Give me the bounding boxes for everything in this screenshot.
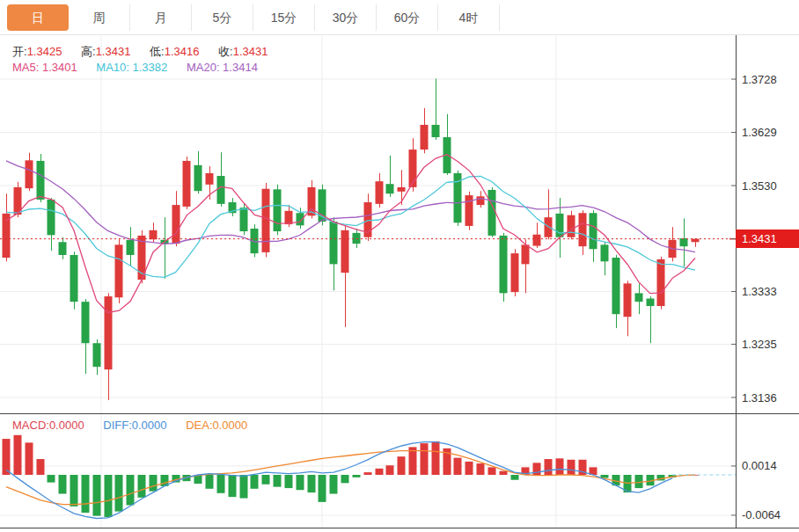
open-label: 开: <box>12 45 27 58</box>
tab-60min[interactable]: 60分 <box>377 4 438 31</box>
ma20-value: MA20: 1.3414 <box>187 61 258 74</box>
y-axis-label: 1.3333 <box>742 285 777 298</box>
open-value: 1.3425 <box>27 45 62 58</box>
y-axis-label: -0.0064 <box>742 508 781 521</box>
tab-month[interactable]: 月 <box>130 4 192 31</box>
dea-value: DEA:0.0000 <box>186 419 247 432</box>
macd-readout: MACD:0.0000 DIFF:0.0000 DEA:0.0000 <box>12 419 247 432</box>
ma10-value: MA10: 1.3382 <box>96 61 167 74</box>
ma5-value: MA5: 1.3401 <box>12 61 77 74</box>
macd-value: MACD:0.0000 <box>12 419 84 432</box>
y-axis-label: 1.3136 <box>742 391 777 404</box>
y-axis-label: 0.0014 <box>742 459 777 472</box>
tab-30min[interactable]: 30分 <box>315 4 377 31</box>
diff-value: DIFF:0.0000 <box>103 419 166 432</box>
tab-15min[interactable]: 15分 <box>253 4 315 31</box>
kline-chart[interactable]: 1.37281.36291.35301.34311.33331.32351.31… <box>0 0 799 532</box>
low-label: 低: <box>150 45 165 58</box>
tab-4hour[interactable]: 4时 <box>438 4 500 31</box>
close-label: 收: <box>218 45 233 58</box>
high-label: 高: <box>81 45 96 58</box>
tab-day[interactable]: 日 <box>7 4 69 31</box>
high-value: 1.3431 <box>96 45 131 58</box>
y-axis-labels: 1.37281.36291.35301.34311.33331.32351.31… <box>731 73 781 522</box>
close-value: 1.3431 <box>233 45 268 58</box>
macd-bars <box>3 435 700 517</box>
y-axis-label: 1.3235 <box>742 338 777 351</box>
y-axis-label: 1.3728 <box>742 73 777 86</box>
low-value: 1.3416 <box>165 45 200 58</box>
y-axis-label: 1.3530 <box>742 179 777 193</box>
tab-5min[interactable]: 5分 <box>192 4 253 31</box>
ma-readout: MA5: 1.3401 MA10: 1.3382 MA20: 1.3414 <box>12 61 258 74</box>
ohlc-readout: 开:1.3425 高:1.3431 低:1.3416 收:1.3431 <box>12 44 268 60</box>
current-price-badge: 1.3431 <box>736 230 799 248</box>
tab-week[interactable]: 周 <box>69 4 130 31</box>
y-axis-label: 1.3629 <box>742 126 777 139</box>
period-tabbar: 日 周 月 5分 15分 30分 60分 4时 <box>0 0 799 35</box>
